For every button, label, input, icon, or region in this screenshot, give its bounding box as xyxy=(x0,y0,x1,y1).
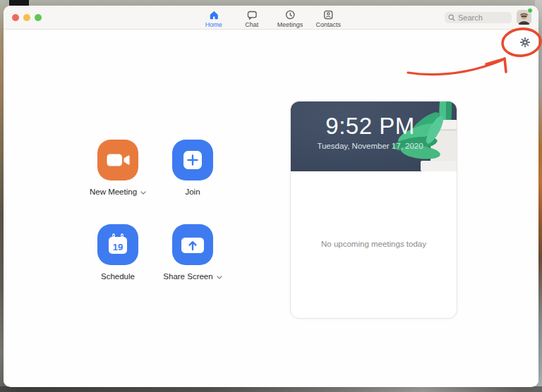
chevron-down-icon[interactable] xyxy=(140,188,146,196)
chevron-down-icon[interactable] xyxy=(217,272,222,281)
share-screen-label: Share Screen xyxy=(163,272,212,281)
tab-home[interactable]: Home xyxy=(198,8,229,30)
new-meeting-button[interactable] xyxy=(97,140,138,180)
zoom-app-window: Home Chat Meetings xyxy=(4,6,538,387)
share-screen-button[interactable] xyxy=(172,224,213,265)
contacts-icon xyxy=(323,9,335,20)
close-button[interactable] xyxy=(12,14,19,21)
new-meeting-label: New Meeting xyxy=(90,188,137,196)
background-window-fragment xyxy=(9,0,29,6)
tab-home-label: Home xyxy=(205,21,222,28)
clock-banner: 9:52 PM Tuesday, November 17, 2020 xyxy=(291,102,457,171)
titlebar: Home Chat Meetings xyxy=(4,6,538,30)
tab-chat-label: Chat xyxy=(245,21,258,28)
clock: 9:52 PM Tuesday, November 17, 2020 xyxy=(291,113,450,150)
tab-contacts-label: Contacts xyxy=(316,21,342,28)
tab-meetings-label: Meetings xyxy=(277,21,303,28)
search-field[interactable] xyxy=(445,12,512,23)
minimize-button[interactable] xyxy=(23,14,30,21)
calendar-day-number: 19 xyxy=(113,242,123,252)
wallpaper-bottom-strip xyxy=(0,386,542,392)
no-meetings-message: No upcoming meetings today xyxy=(291,240,457,248)
join-label: Join xyxy=(185,188,200,196)
screen-share-icon xyxy=(172,224,213,265)
search-icon xyxy=(448,11,455,24)
join-action: Join xyxy=(147,140,239,196)
video-camera-icon xyxy=(97,140,138,180)
traffic-lights xyxy=(12,14,42,21)
online-status-dot xyxy=(527,8,533,13)
home-panel: New Meeting Join xyxy=(4,30,538,386)
home-icon xyxy=(207,9,219,20)
share-screen-action: Share Screen xyxy=(147,224,239,281)
tab-contacts[interactable]: Contacts xyxy=(313,8,344,30)
calendar-icon: 19 xyxy=(97,224,138,265)
plus-icon xyxy=(172,140,213,180)
clock-time: 9:52 PM xyxy=(291,113,450,140)
schedule-button[interactable]: 19 xyxy=(97,224,138,265)
join-button[interactable] xyxy=(172,140,213,180)
meetings-icon xyxy=(284,9,296,20)
user-avatar[interactable] xyxy=(517,10,531,25)
main-tabs: Home Chat Meetings xyxy=(198,8,344,30)
meetings-list: No upcoming meetings today xyxy=(291,171,457,319)
search-input[interactable] xyxy=(458,13,507,22)
settings-gear-icon[interactable] xyxy=(519,37,531,48)
meetings-card: 9:52 PM Tuesday, November 17, 2020 No up… xyxy=(290,101,457,319)
zoom-window-button[interactable] xyxy=(35,14,42,21)
tab-meetings[interactable]: Meetings xyxy=(275,8,306,30)
schedule-label: Schedule xyxy=(101,272,135,281)
chat-icon xyxy=(246,9,258,20)
clock-date: Tuesday, November 17, 2020 xyxy=(291,142,450,150)
tab-chat[interactable]: Chat xyxy=(236,8,267,30)
